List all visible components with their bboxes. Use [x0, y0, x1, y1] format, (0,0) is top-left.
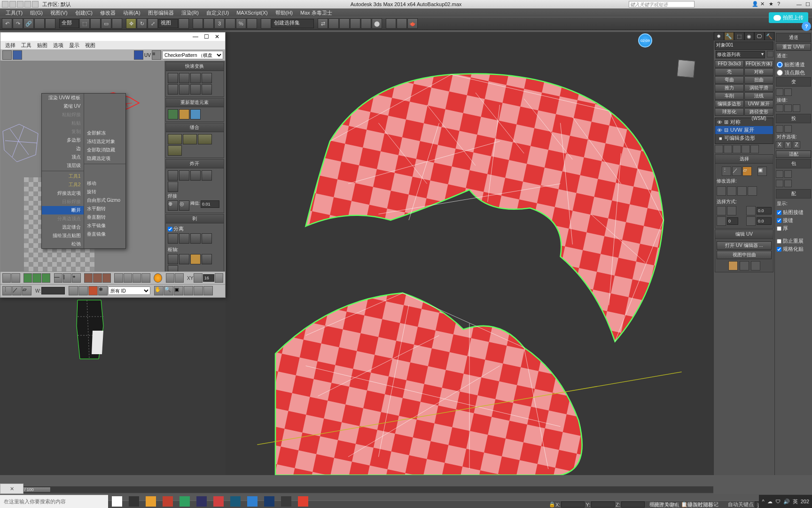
uvb-vert[interactable]: ⋮ [2, 286, 12, 295]
stitch-btn[interactable] [168, 145, 182, 156]
render-setup-button[interactable] [386, 18, 396, 29]
selmode-btn[interactable] [717, 206, 726, 215]
qt-btn[interactable] [179, 73, 189, 83]
qt-btn[interactable] [190, 84, 201, 95]
move-button[interactable]: ✥ [126, 18, 136, 29]
map-channel-radio[interactable]: 贴图通道 [775, 61, 812, 68]
rollout-quick-transform[interactable]: 快速变换 [166, 62, 224, 71]
seam-btn[interactable] [776, 104, 783, 112]
modsel-btn[interactable] [748, 186, 757, 196]
ctx-tool1[interactable]: 工具1 [42, 172, 84, 181]
pivot-btn[interactable] [202, 254, 212, 264]
ctx-vertex[interactable]: 顶点 [42, 153, 84, 161]
uv-menu-display[interactable]: 显示 [66, 42, 82, 49]
mod-shell[interactable]: 壳 [715, 68, 744, 76]
mod-ffd3[interactable]: FFD 3x3x3 [715, 60, 744, 68]
selmode-btn[interactable] [717, 216, 726, 226]
wrap-btn[interactable] [776, 180, 783, 187]
selection-filter[interactable]: 全部 [59, 19, 79, 28]
uvb-btn[interactable] [124, 273, 132, 283]
ctx-detach-edge[interactable]: 分离边顶点 [42, 214, 84, 223]
tb-edge[interactable] [247, 496, 258, 507]
ctx-polygon[interactable]: 多边形 [42, 136, 84, 144]
stitch-btn[interactable] [198, 134, 212, 144]
uv-menu-mapping[interactable]: 贴图 [34, 42, 50, 49]
tb-ps[interactable] [264, 496, 274, 507]
mod-ffdbox[interactable]: FFD(长方体) [744, 60, 773, 68]
rotate-button[interactable]: ↻ [137, 18, 147, 29]
weld-btn[interactable]: ⊕ [168, 200, 178, 211]
tb-app[interactable] [230, 496, 241, 507]
ctx-paste[interactable]: 粘贴 [42, 119, 84, 127]
rollout-edit-uv[interactable]: 编辑 UV [715, 230, 773, 239]
tb-start[interactable] [112, 496, 122, 507]
ctx-mirror-h[interactable]: 水平镜像 [84, 222, 126, 230]
select-button[interactable]: ⬚ [79, 18, 90, 29]
rollout-explode[interactable]: 炸开 [166, 159, 224, 168]
uvb-btn[interactable] [32, 273, 41, 283]
qat-icon[interactable] [9, 1, 16, 8]
qt-btn[interactable] [202, 73, 212, 83]
sel-spinner2[interactable] [727, 217, 738, 225]
pin-icon[interactable] [715, 145, 723, 153]
uvb-btn[interactable]: — [54, 273, 62, 283]
uv-menu-views[interactable]: 视图 [82, 42, 98, 49]
menu-maxscript[interactable]: MAXScript(X) [233, 10, 272, 16]
checker-dropdown[interactable]: CheckerPattern （棋盘 [162, 51, 223, 59]
uv-menu-select[interactable]: 选择 [2, 42, 18, 49]
open-uv-editor-button[interactable]: 打开 UV 编辑器 ... [717, 241, 772, 250]
tb-app[interactable] [298, 496, 308, 507]
spinner-snap-button[interactable] [247, 18, 257, 29]
distort-btn[interactable] [728, 261, 738, 270]
angle-snap-button[interactable] [225, 18, 235, 29]
menu-graph[interactable]: 图形编辑器 [144, 9, 178, 16]
uvb-btn[interactable] [194, 273, 202, 283]
maximize-icon[interactable]: ☐ [204, 33, 209, 40]
map-seam-check[interactable]: 贴图接缝 [775, 209, 812, 216]
help-icon[interactable]: ? [777, 1, 784, 8]
uvb-btn[interactable] [23, 273, 32, 283]
show-icon[interactable] [724, 145, 732, 153]
reshape-btn[interactable] [190, 109, 201, 119]
undo-button[interactable]: ↶ [2, 18, 12, 29]
ctx-freeze-sel[interactable]: 冻结选定对象 [84, 137, 126, 146]
sub-elem[interactable]: ▣ [757, 167, 767, 176]
mod-editpoly[interactable]: 编辑多边形 [715, 100, 744, 108]
peel-btn[interactable] [168, 233, 178, 244]
peel-btn[interactable] [179, 233, 189, 244]
render-button[interactable]: 🫖 [407, 18, 418, 29]
tb-app[interactable] [196, 496, 207, 507]
ctx-move[interactable]: 移动 [84, 179, 126, 188]
seam-btn[interactable] [784, 104, 792, 112]
pivot-btn[interactable] [168, 254, 178, 264]
redo-button[interactable]: ↷ [13, 18, 23, 29]
peel-btn[interactable] [190, 233, 201, 244]
r-channel-title[interactable]: 通道 [776, 33, 811, 42]
sub-vertex[interactable]: ⋮ [722, 167, 731, 176]
modsel-btn[interactable] [717, 186, 726, 196]
ctx-rotate[interactable]: 旋转 [84, 188, 126, 196]
explode-btn[interactable] [202, 170, 212, 181]
pivot-btn[interactable] [179, 254, 189, 264]
vertex-color-radio[interactable]: 顶点颜色 [775, 69, 812, 76]
detach-check[interactable]: 分离 [168, 225, 184, 232]
tray-icon[interactable]: 🔊 [783, 499, 790, 505]
uvb-edge[interactable]: ／ [12, 286, 22, 295]
selmode-btn[interactable] [746, 216, 756, 226]
reshape-btn[interactable] [168, 109, 178, 119]
uvb-btn[interactable] [194, 286, 203, 295]
uvb-btn[interactable]: | [63, 273, 71, 283]
menu-animation[interactable]: 动画(A) [119, 9, 144, 16]
select-rect-button[interactable]: ▭ [101, 18, 111, 29]
z-field[interactable] [621, 501, 645, 508]
exchange-icon[interactable]: ✕ [760, 1, 767, 8]
r-config-title[interactable]: 配 [776, 189, 811, 198]
maximize-icon[interactable]: ☐ [805, 1, 810, 8]
qt-btn[interactable] [202, 84, 212, 95]
set-key-btn[interactable]: 设置关键点 [654, 501, 679, 508]
uvb-btn[interactable] [141, 273, 150, 283]
qat-icon[interactable] [17, 1, 23, 8]
file-tab[interactable]: ✕ [0, 484, 23, 494]
uv-freeform-button[interactable] [13, 50, 22, 60]
upload-button[interactable]: 拍照上传 [769, 12, 808, 23]
